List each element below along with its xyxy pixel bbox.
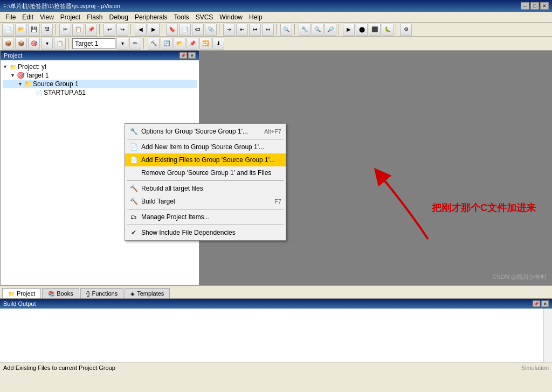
tb2-btn3[interactable]: 🎯 bbox=[28, 38, 40, 50]
context-menu: 🔧 Options for Group 'Source Group 1'... … bbox=[125, 123, 286, 241]
menu-flash[interactable]: Flash bbox=[84, 12, 106, 22]
menu-help[interactable]: Help bbox=[246, 12, 266, 22]
bookmark2-button[interactable]: 📑 bbox=[179, 24, 191, 36]
group-label: Source Group 1 bbox=[33, 80, 79, 88]
ctx-show-deps-label: Show Include File Dependencies bbox=[141, 229, 236, 236]
ctx-remove-group[interactable]: Remove Group 'Source Group 1' and its Fi… bbox=[125, 166, 286, 179]
tb2-btn1[interactable]: 📦 bbox=[2, 38, 14, 50]
nav-fwd-button[interactable]: ▶ bbox=[148, 24, 160, 36]
ctx-manage[interactable]: 🗂 Manage Project Items... bbox=[125, 211, 286, 223]
indent-button[interactable]: ⇥ bbox=[223, 24, 235, 36]
rebuild-btn[interactable]: 🔄 bbox=[161, 38, 172, 50]
nav-back-button[interactable]: ◀ bbox=[135, 24, 147, 36]
minimize-button[interactable]: ─ bbox=[521, 2, 529, 10]
ctx-show-deps[interactable]: ✔ Show Include File Dependencies bbox=[125, 226, 286, 239]
expand-project-icon: ▼ bbox=[3, 64, 8, 69]
undo-button[interactable]: ↩ bbox=[104, 24, 115, 36]
open-button[interactable]: 📂 bbox=[15, 24, 27, 36]
debug-button[interactable]: 🐛 bbox=[382, 24, 394, 36]
status-right: Simulation bbox=[521, 365, 549, 371]
tab-functions[interactable]: {} Functions bbox=[80, 288, 123, 298]
target-label-tree: Target 1 bbox=[25, 72, 49, 79]
maximize-button[interactable]: □ bbox=[530, 2, 539, 10]
paste-button[interactable]: 📌 bbox=[85, 24, 97, 36]
tb2-btn2[interactable]: 📦 bbox=[15, 38, 27, 50]
indent2-button[interactable]: ↦ bbox=[249, 24, 261, 36]
tab-templates-label: Templates bbox=[137, 290, 164, 297]
tool3-button[interactable]: 🔎 bbox=[325, 24, 336, 36]
close-button[interactable]: ✕ bbox=[540, 2, 549, 10]
new-button[interactable]: 📄 bbox=[2, 24, 14, 36]
project-tab-icon: 📁 bbox=[8, 291, 15, 297]
copy-button[interactable]: 📋 bbox=[72, 24, 84, 36]
tool2-button[interactable]: 🔍 bbox=[312, 24, 323, 36]
menu-debug[interactable]: Debug bbox=[106, 12, 132, 22]
tb2-btn4[interactable]: 📋 bbox=[54, 38, 66, 50]
ctx-options[interactable]: 🔧 Options for Group 'Source Group 1'... … bbox=[125, 125, 286, 138]
proj-btn2[interactable]: 📌 bbox=[187, 38, 198, 50]
folder-icon: 📁 bbox=[24, 80, 32, 88]
build-pin[interactable]: 📌 bbox=[533, 300, 540, 307]
build-scrollbar[interactable] bbox=[543, 309, 552, 362]
save-button[interactable]: 💾 bbox=[28, 24, 40, 36]
build-btn[interactable]: 🔨 bbox=[148, 38, 160, 50]
menu-window[interactable]: Window bbox=[216, 12, 246, 22]
outdent2-button[interactable]: ↤ bbox=[262, 24, 274, 36]
ctx-add-new[interactable]: 📄 Add New Item to Group 'Source Group 1'… bbox=[125, 141, 286, 153]
settings-button[interactable]: ⚙ bbox=[400, 24, 412, 36]
run-button[interactable]: ▶ bbox=[343, 24, 355, 36]
tree-project[interactable]: ▼ 📁 Project: yi bbox=[3, 62, 197, 71]
target-label: Target 1 bbox=[75, 40, 98, 47]
open-proj-btn[interactable]: 📂 bbox=[174, 38, 185, 50]
ctx-add-existing[interactable]: 📄 Add Existing Files to Group 'Source Gr… bbox=[125, 153, 286, 166]
menu-bar: File Edit View Project Flash Debug Perip… bbox=[0, 12, 552, 23]
tab-templates[interactable]: ◈ Templates bbox=[125, 288, 170, 298]
redo-button[interactable]: ↪ bbox=[116, 24, 128, 36]
panel-pin[interactable]: 📌 bbox=[180, 52, 187, 59]
title-text: F:\单片机\抢答器\1\抢答器\yi.uvproj - µVision bbox=[3, 2, 120, 10]
bookmark4-button[interactable]: 📎 bbox=[205, 24, 217, 36]
ctx-remove-label: Remove Group 'Source Group 1' and its Fi… bbox=[141, 169, 271, 177]
tree-group[interactable]: ▼ 📁 Source Group 1 bbox=[3, 80, 197, 88]
ctx-add-new-label: Add New Item to Group 'Source Group 1'..… bbox=[141, 143, 264, 151]
separator-7 bbox=[294, 24, 296, 35]
panel-close[interactable]: ✕ bbox=[188, 52, 196, 59]
tree-file[interactable]: ▶ 📄 STARTUP.A51 bbox=[3, 88, 197, 97]
menu-file[interactable]: File bbox=[2, 12, 19, 22]
menu-tools[interactable]: Tools bbox=[171, 12, 192, 22]
tb2-dropdown[interactable]: ▾ bbox=[41, 38, 53, 50]
ctx-build-label: Build Target bbox=[141, 198, 175, 205]
outdent-button[interactable]: ⇤ bbox=[236, 24, 248, 36]
ctx-rebuild[interactable]: 🔨 Rebuild all target files bbox=[125, 182, 286, 195]
menu-peripherals[interactable]: Peripherals bbox=[132, 12, 171, 22]
tab-books[interactable]: 📚 Books bbox=[42, 288, 79, 298]
project-panel: Project 📌 ✕ ▼ 📁 Project: yi ▼ 🎯 Target 1… bbox=[0, 51, 199, 285]
stop-button[interactable]: ⬤ bbox=[356, 24, 368, 36]
bookmark-button[interactable]: 🔖 bbox=[166, 24, 178, 36]
run2-button[interactable]: ⬛ bbox=[369, 24, 381, 36]
menu-project[interactable]: Project bbox=[57, 12, 84, 22]
bookmark3-button[interactable]: 🏷 bbox=[192, 24, 204, 36]
cut-button[interactable]: ✂ bbox=[59, 24, 71, 36]
build-icon: 🔨 bbox=[129, 197, 138, 206]
functions-tab-icon: {} bbox=[86, 291, 90, 297]
download-btn[interactable]: ⬇ bbox=[212, 38, 224, 50]
menu-edit[interactable]: Edit bbox=[19, 12, 37, 22]
menu-view[interactable]: View bbox=[37, 12, 57, 22]
tb2-btn5[interactable]: ✏ bbox=[129, 38, 141, 50]
tool1-button[interactable]: 🔧 bbox=[299, 24, 310, 36]
target-selector[interactable]: Target 1 bbox=[72, 38, 115, 49]
save-all-button[interactable]: 🖫 bbox=[41, 24, 53, 36]
find-button[interactable]: 🔍 bbox=[280, 24, 292, 36]
menu-svcs[interactable]: SVCS bbox=[192, 12, 217, 22]
build-output-panel: Build Output 📌 ✕ bbox=[0, 298, 552, 362]
add-new-icon: 📄 bbox=[129, 143, 138, 151]
tree-target[interactable]: ▼ 🎯 Target 1 bbox=[3, 71, 197, 80]
target-icon: 🎯 bbox=[17, 72, 24, 79]
ctx-build[interactable]: 🔨 Build Target F7 bbox=[125, 195, 286, 208]
build-close[interactable]: ✕ bbox=[541, 300, 549, 307]
main-layout: Project 📌 ✕ ▼ 📁 Project: yi ▼ 🎯 Target 1… bbox=[0, 51, 552, 285]
tab-project[interactable]: 📁 Project bbox=[2, 288, 41, 298]
proj-btn3[interactable]: 🔁 bbox=[199, 38, 211, 50]
target-dropdown[interactable]: ▾ bbox=[116, 38, 128, 50]
